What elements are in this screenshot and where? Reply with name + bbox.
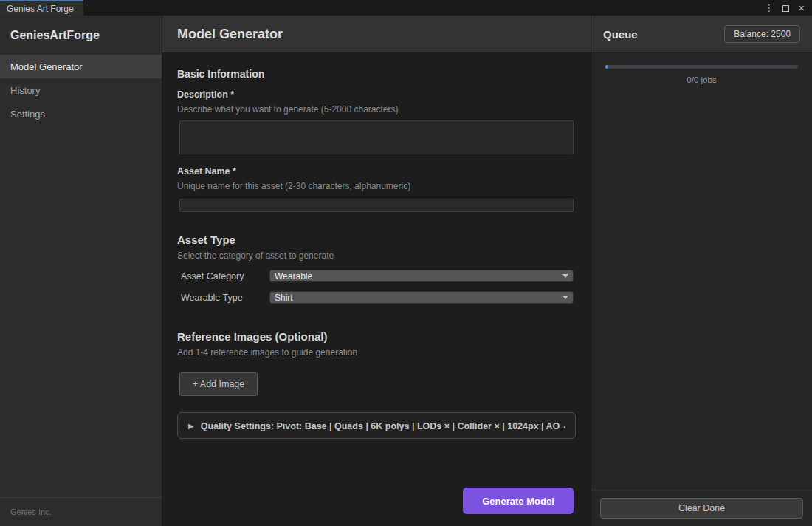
sidebar-title: GeniesArtForge — [0, 16, 162, 55]
quality-settings-foldout[interactable]: ▶ Quality Settings: Pivot: Base | Quads … — [177, 412, 576, 439]
description-label: Description * — [177, 89, 576, 100]
reference-images-hint: Add 1-4 reference images to guide genera… — [177, 347, 576, 358]
asset-category-row: Asset Category Wearable — [181, 270, 574, 282]
sidebar-item-settings[interactable]: Settings — [0, 102, 162, 126]
asset-category-dropdown[interactable]: Wearable — [269, 270, 574, 282]
sidebar-item-label: Model Generator — [10, 61, 83, 72]
clear-done-button[interactable]: Clear Done — [600, 498, 803, 519]
quality-settings-summary: Quality Settings: Pivot: Base | Quads | … — [201, 420, 565, 431]
page-title: Model Generator — [177, 27, 283, 42]
title-bar: Genies Art Forge ⋮ × — [0, 0, 812, 16]
asset-category-label: Asset Category — [181, 271, 269, 281]
generate-model-button[interactable]: Generate Model — [463, 488, 574, 514]
description-input[interactable] — [179, 120, 574, 154]
window-controls: ⋮ × — [764, 0, 812, 16]
asset-name-input[interactable] — [179, 199, 574, 212]
wearable-type-dropdown[interactable]: Shirt — [269, 291, 574, 304]
sidebar: GeniesArtForge Model Generator History S… — [0, 16, 162, 526]
queue-header: Queue Balance: 2500 — [591, 16, 812, 53]
app-window: Genies Art Forge ⋮ × GeniesArtForge Mode… — [0, 0, 812, 526]
close-icon[interactable]: × — [798, 2, 805, 13]
wearable-type-label: Wearable Type — [181, 293, 269, 303]
queue-footer: Clear Done — [591, 490, 812, 526]
maximize-glyph — [782, 5, 789, 12]
sidebar-item-model-generator[interactable]: Model Generator — [0, 55, 162, 78]
queue-body: 0/0 jobs — [591, 53, 812, 490]
asset-name-label: Asset Name * — [177, 166, 576, 177]
window-tab[interactable]: Genies Art Forge — [0, 0, 83, 16]
main-header: Model Generator — [162, 16, 591, 53]
asset-type-hint: Select the category of asset to generate — [177, 250, 576, 261]
basic-information-heading: Basic Information — [177, 68, 576, 80]
sidebar-item-label: History — [10, 85, 40, 96]
foldout-arrow-icon: ▶ — [188, 422, 194, 430]
balance-button[interactable]: Balance: 2500 — [724, 25, 800, 43]
sidebar-item-label: Settings — [10, 109, 45, 120]
queue-progress-bar — [605, 65, 798, 69]
asset-name-hint: Unique name for this asset (2-30 charact… — [177, 181, 576, 191]
description-hint: Describe what you want to generate (5-20… — [177, 104, 576, 115]
chevron-down-icon — [562, 296, 568, 299]
asset-category-value: Wearable — [275, 271, 312, 281]
queue-progress-fill — [605, 65, 608, 69]
window-tab-label: Genies Art Forge — [7, 4, 74, 14]
asset-type-heading: Asset Type — [177, 233, 576, 246]
reference-images-heading: Reference Images (Optional) — [177, 330, 576, 343]
wearable-type-row: Wearable Type Shirt — [181, 291, 574, 304]
window-menu-icon[interactable]: ⋮ — [764, 3, 774, 13]
chevron-down-icon — [562, 274, 568, 278]
jobs-status: 0/0 jobs — [605, 75, 798, 84]
main-panel: Model Generator Basic Information Descri… — [162, 16, 591, 526]
maximize-icon[interactable] — [782, 2, 789, 14]
sidebar-item-history[interactable]: History — [0, 78, 162, 102]
queue-title: Queue — [603, 28, 638, 41]
queue-panel: Queue Balance: 2500 0/0 jobs Clear Done — [591, 16, 812, 526]
main-body: Basic Information Description * Describe… — [162, 53, 591, 526]
sidebar-footer: Genies Inc. — [0, 497, 162, 526]
wearable-type-value: Shirt — [275, 293, 293, 303]
add-image-button[interactable]: + Add Image — [179, 372, 258, 396]
